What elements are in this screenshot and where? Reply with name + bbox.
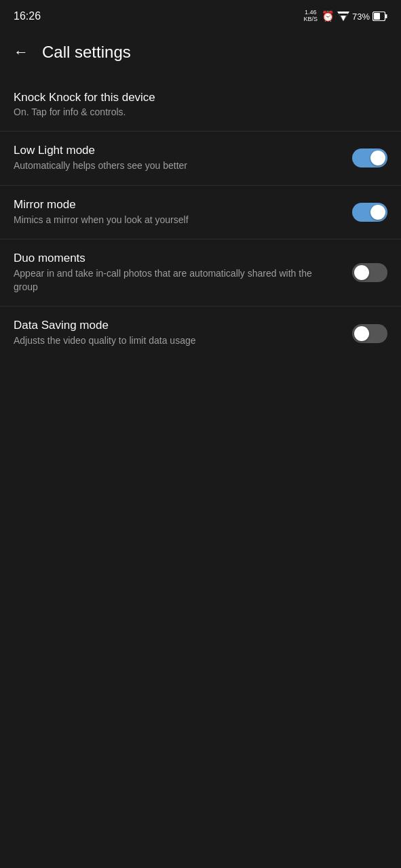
duo-moments-toggle[interactable]: [352, 263, 387, 282]
settings-item-mirror-mode[interactable]: Mirror mode Mimics a mirror when you loo…: [0, 186, 401, 240]
data-saving-toggle-track[interactable]: [352, 324, 387, 343]
mirror-mode-subtitle: Mimics a mirror when you look at yoursel…: [14, 214, 339, 227]
header: ← Call settings: [0, 30, 401, 77]
low-light-toggle[interactable]: [352, 149, 387, 167]
settings-item-knock-knock[interactable]: Knock Knock for this device On. Tap for …: [0, 77, 401, 132]
low-light-toggle-thumb: [370, 151, 385, 165]
svg-marker-2: [341, 16, 346, 21]
status-bar: 16:26 1.46 KB/S ⏰ 73%: [0, 0, 401, 30]
knock-knock-title: Knock Knock for this device: [14, 91, 374, 104]
status-icons: 1.46 KB/S ⏰ 73%: [303, 9, 387, 23]
data-saving-subtitle: Adjusts the video quality to limit data …: [14, 334, 339, 348]
back-button[interactable]: ←: [11, 41, 31, 64]
settings-item-duo-moments[interactable]: Duo moments Appear in and take in-call p…: [0, 239, 401, 307]
data-saving-toggle[interactable]: [352, 324, 387, 343]
signal-icon: [337, 12, 349, 21]
knock-knock-subtitle: On. Tap for info & controls.: [14, 106, 374, 117]
mirror-mode-toggle-thumb: [370, 205, 385, 220]
mirror-mode-title: Mirror mode: [14, 198, 339, 212]
settings-item-low-light[interactable]: Low Light mode Automatically helps other…: [0, 132, 401, 186]
duo-moments-toggle-thumb: [354, 265, 369, 280]
settings-list: Knock Knock for this device On. Tap for …: [0, 77, 401, 360]
data-saving-toggle-thumb: [354, 326, 369, 341]
svg-rect-4: [385, 14, 387, 18]
network-speed: 1.46 KB/S: [303, 9, 318, 23]
mirror-mode-toggle[interactable]: [352, 203, 387, 222]
duo-moments-toggle-track[interactable]: [352, 263, 387, 282]
status-time: 16:26: [14, 10, 41, 22]
page-title: Call settings: [42, 43, 131, 62]
data-saving-title: Data Saving mode: [14, 319, 339, 332]
mirror-mode-toggle-track[interactable]: [352, 203, 387, 222]
low-light-subtitle: Automatically helps others see you bette…: [14, 159, 339, 173]
svg-rect-5: [374, 13, 380, 20]
alarm-icon: ⏰: [322, 10, 335, 22]
duo-moments-title: Duo moments: [14, 252, 339, 265]
battery-percent: 73%: [352, 12, 370, 22]
low-light-title: Low Light mode: [14, 144, 339, 157]
low-light-toggle-track[interactable]: [352, 149, 387, 167]
settings-item-data-saving[interactable]: Data Saving mode Adjusts the video quali…: [0, 307, 401, 360]
battery-icon: [373, 12, 387, 21]
duo-moments-subtitle: Appear in and take in-call photos that a…: [14, 267, 339, 294]
